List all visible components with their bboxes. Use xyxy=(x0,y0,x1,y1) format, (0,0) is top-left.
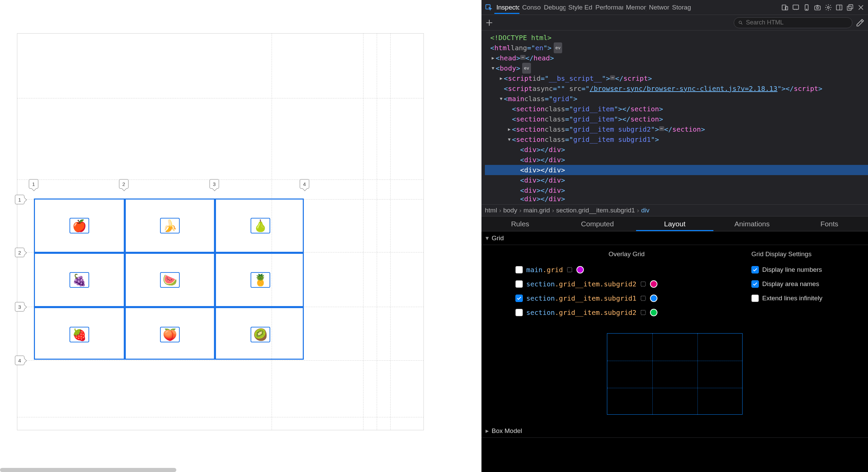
tab-performance[interactable]: Performance xyxy=(593,1,623,14)
grid-line-col-2: 2 xyxy=(119,179,129,189)
tab-inspector[interactable]: Inspector xyxy=(494,1,519,14)
tab-style-editor[interactable]: Style Editor xyxy=(566,1,593,14)
tab-debugger[interactable]: Debugger xyxy=(542,1,566,14)
crumb-current[interactable]: div xyxy=(641,207,649,214)
twisty-icon[interactable] xyxy=(490,63,496,73)
overlay-checkbox[interactable] xyxy=(515,266,523,273)
highlight-node-icon[interactable] xyxy=(566,266,573,273)
grid-cell: 🍐 xyxy=(251,218,270,233)
breadcrumb[interactable]: html› body› main.grid› section.grid__ite… xyxy=(481,204,868,216)
crumb[interactable]: section.grid__item.subgrid1 xyxy=(556,207,635,214)
close-devtools-icon[interactable] xyxy=(856,2,866,13)
overlay-checkbox[interactable] xyxy=(515,295,523,302)
grid-line-row-1: 1 xyxy=(15,195,24,204)
tab-storage[interactable]: Storage xyxy=(670,1,691,14)
svg-point-12 xyxy=(739,21,741,23)
highlight-node-icon[interactable] xyxy=(640,309,647,316)
subtab-layout[interactable]: Layout xyxy=(636,217,713,231)
svg-rect-9 xyxy=(836,5,842,10)
tab-network[interactable]: Network xyxy=(647,1,669,14)
chevron-right-icon xyxy=(486,427,489,435)
overlay-selector[interactable]: section.grid__item.subgrid2 xyxy=(526,308,636,317)
tab-console[interactable]: Console xyxy=(520,1,541,14)
ellipsis-icon[interactable]: ⋯ xyxy=(610,75,615,80)
setting-checkbox[interactable] xyxy=(751,280,759,288)
subtab-computed[interactable]: Computed xyxy=(559,217,636,231)
setting-label: Display area names xyxy=(762,280,819,288)
new-node-button[interactable] xyxy=(485,18,494,27)
tab-memory[interactable]: Memory xyxy=(624,1,646,14)
grid-setting-row: Extend lines infinitely xyxy=(751,291,860,305)
page-preview[interactable]: 🍎 🍌 🍐 🍇 🍉 🍍 🍓 🍑 🥝 1 2 3 4 1 2 3 4 xyxy=(0,0,481,472)
twisty-icon[interactable] xyxy=(507,134,512,144)
markup-view[interactable]: <!DOCTYPE html> <html lang="en">ev <head… xyxy=(481,31,868,204)
color-swatch[interactable] xyxy=(576,266,584,273)
grid-line-col-3: 3 xyxy=(210,179,219,189)
edit-as-html-icon[interactable] xyxy=(856,18,865,27)
grid-cell: 🍑 xyxy=(160,327,180,342)
iframe-picker-icon[interactable] xyxy=(791,2,801,13)
color-swatch[interactable] xyxy=(650,295,657,302)
devtools-panel: Inspector Console Debugger Style Editor … xyxy=(481,0,868,472)
twisty-icon[interactable] xyxy=(507,124,512,134)
crumb[interactable]: main.grid xyxy=(524,207,550,214)
svg-rect-11 xyxy=(849,4,853,8)
setting-checkbox[interactable] xyxy=(751,266,759,273)
overlay-selector[interactable]: main.grid xyxy=(526,266,563,274)
overlay-checkbox[interactable] xyxy=(515,309,523,316)
color-swatch[interactable] xyxy=(650,309,657,316)
setting-label: Extend lines infinitely xyxy=(762,295,822,302)
mobile-icon[interactable] xyxy=(802,2,812,13)
overlay-grid-row: section.grid__item.subgrid1 xyxy=(515,291,738,305)
responsive-mode-icon[interactable] xyxy=(780,2,790,13)
overlay-grid-title: Overlay Grid xyxy=(515,250,738,258)
ellipsis-icon[interactable]: ⋯ xyxy=(659,126,664,131)
chevron-down-icon xyxy=(486,234,489,242)
boxmodel-section-title: Box Model xyxy=(492,427,522,435)
subtab-animations[interactable]: Animations xyxy=(713,217,791,231)
subtab-fonts[interactable]: Fonts xyxy=(791,217,868,231)
selected-node[interactable]: <div></div> xyxy=(485,165,868,175)
crumb[interactable]: html xyxy=(485,207,497,214)
grid-cell: 🍎 xyxy=(70,218,89,233)
boxmodel-accordion[interactable]: Box Model xyxy=(481,424,868,438)
setting-label: Display line numbers xyxy=(762,266,822,273)
horizontal-scrollbar[interactable] xyxy=(0,468,176,472)
grid-setting-row: Display area names xyxy=(751,277,860,291)
event-badge[interactable]: ev xyxy=(522,63,531,74)
setting-checkbox[interactable] xyxy=(751,295,759,302)
twisty-icon[interactable] xyxy=(490,53,496,63)
svg-rect-13 xyxy=(568,267,572,272)
grid-cell: 🥝 xyxy=(251,327,270,342)
svg-rect-16 xyxy=(641,310,645,315)
overlay-selector[interactable]: section.grid__item.subgrid2 xyxy=(526,280,636,288)
highlight-node-icon[interactable] xyxy=(640,295,647,302)
grid-cell: 🍍 xyxy=(251,272,270,288)
overlay-grid-row: section.grid__item.subgrid2 xyxy=(515,305,738,320)
grid-cell: 🍌 xyxy=(160,218,180,233)
subtab-rules[interactable]: Rules xyxy=(481,217,559,231)
ellipsis-icon[interactable]: ⋯ xyxy=(520,55,525,60)
popout-icon[interactable] xyxy=(845,2,855,13)
search-html-field[interactable] xyxy=(746,19,848,26)
crumb[interactable]: body xyxy=(503,207,517,214)
grid-cell: 🍉 xyxy=(160,272,180,288)
color-swatch[interactable] xyxy=(650,280,657,288)
overlay-checkbox[interactable] xyxy=(515,280,523,288)
grid-line-col-1: 1 xyxy=(29,179,38,189)
grid-cell: 🍓 xyxy=(70,327,89,342)
twisty-icon[interactable] xyxy=(498,93,504,103)
twisty-icon[interactable] xyxy=(498,73,504,83)
event-badge[interactable]: ev xyxy=(554,42,563,53)
dock-side-icon[interactable] xyxy=(834,2,844,13)
search-html-input[interactable] xyxy=(734,17,852,28)
grid-line-row-3: 3 xyxy=(15,302,24,311)
screenshot-icon[interactable] xyxy=(812,2,823,13)
grid-settings-title: Grid Display Settings xyxy=(751,250,860,258)
grid-accordion[interactable]: Grid xyxy=(481,231,868,245)
overlay-selector[interactable]: section.grid__item.subgrid1 xyxy=(526,294,636,302)
highlight-node-icon[interactable] xyxy=(640,281,647,287)
grid-line-col-4: 4 xyxy=(300,179,309,189)
pick-element-icon[interactable] xyxy=(484,2,494,13)
settings-icon[interactable] xyxy=(823,2,833,13)
